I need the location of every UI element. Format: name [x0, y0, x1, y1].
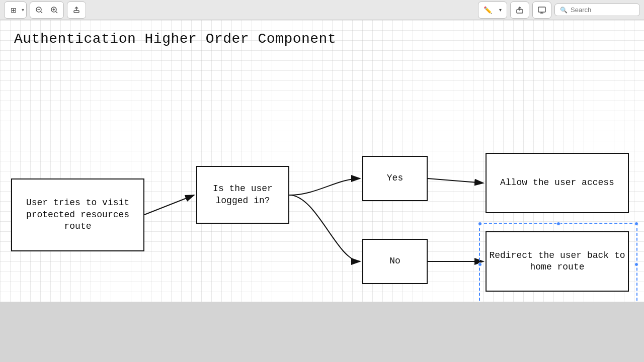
search-box[interactable]: 🔍	[554, 4, 640, 16]
svg-line-2	[41, 12, 42, 13]
svg-rect-11	[538, 7, 545, 12]
no-box[interactable]: No	[362, 239, 428, 284]
no-label: No	[389, 255, 400, 267]
svg-line-16	[428, 178, 484, 183]
svg-line-15	[144, 195, 194, 215]
share-button[interactable]	[513, 3, 527, 17]
start-box[interactable]: User tries to visit protected resources …	[11, 178, 144, 251]
search-input[interactable]	[571, 6, 631, 14]
decision-label: Is the user logged in?	[197, 183, 288, 207]
yes-box[interactable]: Yes	[362, 156, 428, 201]
diagram-title: Authentication Higher Order Component	[14, 31, 336, 47]
view-toggle-button[interactable]: ⊞	[7, 3, 21, 17]
view-toggle-group: ⊞ ▾	[4, 2, 27, 19]
svg-line-6	[56, 12, 57, 13]
zoom-group	[30, 2, 64, 19]
export-button[interactable]	[69, 3, 84, 17]
start-label: User tries to visit protected resources …	[12, 197, 143, 232]
pen-button[interactable]: ✏️	[480, 3, 495, 17]
bottom-gray	[0, 302, 644, 362]
allow-label: Allow the user access	[500, 177, 614, 189]
allow-box[interactable]: Allow the user access	[486, 153, 629, 213]
zoom-out-button[interactable]	[32, 3, 46, 17]
diagram-area[interactable]: Authentication Higher Order Component	[0, 20, 644, 302]
handle-middle-left[interactable]	[478, 262, 482, 266]
toolbar: ⊞ ▾	[0, 0, 644, 20]
redirect-label: Redirect the user back to home route	[487, 250, 628, 274]
zoom-in-button[interactable]	[47, 3, 61, 17]
handle-middle-right[interactable]	[634, 262, 638, 266]
yes-label: Yes	[387, 172, 403, 184]
redirect-box[interactable]: Redirect the user back to home route	[486, 231, 629, 292]
flow-container: User tries to visit protected resources …	[5, 151, 639, 312]
pen-group: ✏️ ▾	[478, 2, 507, 19]
export-group	[67, 2, 86, 19]
presenter-button[interactable]	[535, 3, 549, 17]
svg-rect-7	[74, 11, 79, 13]
toolbar-right: ✏️ ▾ 🔍	[478, 2, 640, 19]
decision-box[interactable]: Is the user logged in?	[196, 166, 289, 224]
presenter-group	[532, 2, 551, 19]
canvas-area: Authentication Higher Order Component	[0, 20, 644, 362]
search-icon: 🔍	[560, 7, 568, 14]
share-group	[510, 2, 529, 19]
handle-top-center[interactable]	[556, 222, 560, 226]
view-chevron: ▾	[22, 7, 24, 13]
handle-top-left[interactable]	[478, 222, 482, 226]
pen-chevron[interactable]: ▾	[496, 3, 505, 17]
handle-top-right[interactable]	[634, 222, 638, 226]
